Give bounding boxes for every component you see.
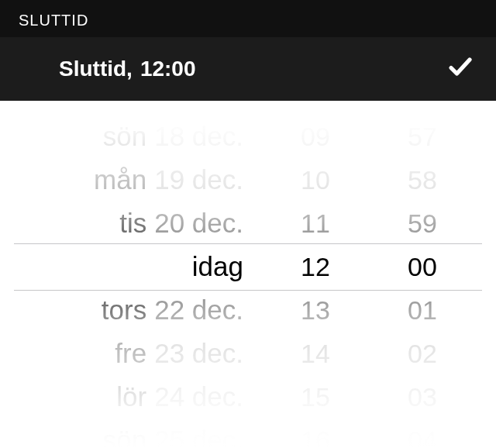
picker-date-weekday: fre bbox=[115, 338, 146, 369]
picker-minute-value: 58 bbox=[366, 158, 479, 202]
selection-indicator-bottom bbox=[14, 290, 482, 291]
picker-date-value: 23 dec. bbox=[154, 338, 243, 369]
picker-row: tors22 dec. bbox=[17, 288, 265, 332]
picker-minute-value: 59 bbox=[366, 202, 479, 245]
picker-date-value: 24 dec. bbox=[154, 381, 243, 412]
picker-date-weekday: lör bbox=[116, 381, 146, 412]
picker-minute-value: 57 bbox=[366, 115, 479, 158]
datetime-picker: lör17 dec.sön18 dec.mån19 dec.tis20 dec.… bbox=[0, 101, 496, 448]
summary-prefix: Sluttid, bbox=[59, 57, 133, 81]
picker-hour-value: 12 bbox=[265, 245, 366, 288]
hour-wheel[interactable]: 080910111213141516 bbox=[265, 101, 366, 448]
picker-date-value: 25 dec. bbox=[154, 425, 243, 448]
summary-text: Sluttid, 12:00 bbox=[59, 57, 196, 81]
picker-hour-value: 09 bbox=[265, 115, 366, 158]
picker-minute-value: 00 bbox=[366, 245, 479, 288]
picker-row: sön25 dec. bbox=[17, 419, 265, 448]
summary-time: 12:00 bbox=[140, 57, 196, 81]
picker-minute-value: 02 bbox=[366, 332, 479, 375]
picker-minute-value: 04 bbox=[366, 419, 479, 448]
confirm-button[interactable] bbox=[446, 53, 474, 86]
picker-date-weekday: tors bbox=[102, 295, 146, 326]
picker-row: fre23 dec. bbox=[17, 332, 265, 375]
selection-indicator-top bbox=[14, 243, 482, 244]
picker-hour-value: 16 bbox=[265, 419, 366, 448]
picker-minute-value: 03 bbox=[366, 375, 479, 419]
picker-date-weekday: tis bbox=[119, 208, 146, 239]
picker-row: mån19 dec. bbox=[17, 158, 265, 202]
picker-hour-value: 11 bbox=[265, 202, 366, 245]
picker-date-value: 20 dec. bbox=[154, 208, 243, 239]
picker-row: lör17 dec. bbox=[17, 101, 265, 115]
picker-date-value: idag bbox=[192, 251, 243, 282]
picker-date-value: 22 dec. bbox=[154, 295, 243, 326]
picker-row: sön18 dec. bbox=[17, 115, 265, 158]
picker-date-weekday: sön bbox=[103, 425, 146, 448]
picker-date-weekday: sön bbox=[103, 121, 146, 152]
picker-hour-value: 08 bbox=[265, 101, 366, 115]
picker-hour-value: 14 bbox=[265, 332, 366, 375]
picker-hour-value: 13 bbox=[265, 288, 366, 332]
picker-date-value: 17 dec. bbox=[154, 101, 243, 109]
modal-header: SLUTTID bbox=[0, 0, 496, 37]
picker-row: tis20 dec. bbox=[17, 202, 265, 245]
picker-row: idag bbox=[17, 245, 265, 288]
picker-hour-value: 15 bbox=[265, 375, 366, 419]
picker-hour-value: 10 bbox=[265, 158, 366, 202]
checkmark-icon bbox=[446, 61, 474, 85]
picker-minute-value: 01 bbox=[366, 288, 479, 332]
picker-date-weekday: mån bbox=[94, 164, 146, 195]
modal-title: SLUTTID bbox=[19, 12, 88, 29]
date-wheel[interactable]: lör17 dec.sön18 dec.mån19 dec.tis20 dec.… bbox=[17, 101, 265, 448]
picker-date-value: 19 dec. bbox=[154, 164, 243, 195]
summary-bar: Sluttid, 12:00 bbox=[0, 37, 496, 101]
picker-minute-value: 56 bbox=[366, 101, 479, 115]
picker-date-weekday: lör bbox=[116, 101, 146, 109]
minute-wheel[interactable]: 565758590001020304 bbox=[366, 101, 479, 448]
picker-date-value: 18 dec. bbox=[154, 121, 243, 152]
picker-row: lör24 dec. bbox=[17, 375, 265, 419]
